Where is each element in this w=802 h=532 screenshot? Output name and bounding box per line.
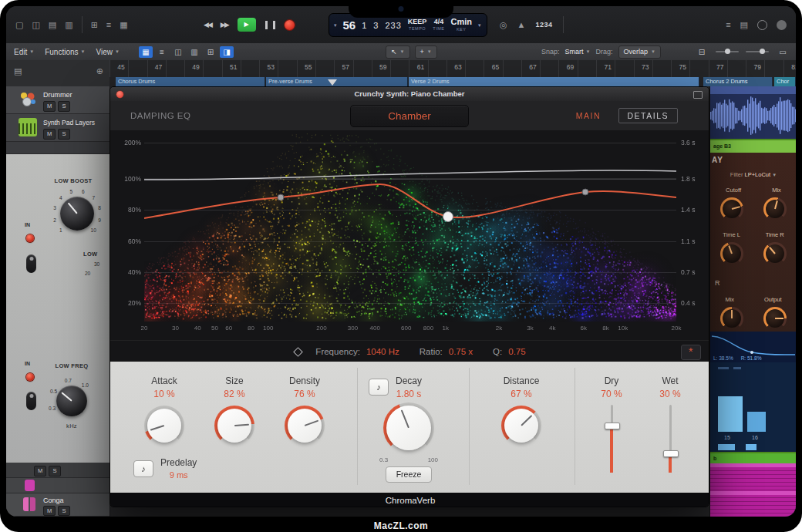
density-knob[interactable] [285,406,325,446]
lanes-tool-icon[interactable]: ≡ [155,46,169,58]
quick-help-icon[interactable]: ▥ [65,21,72,29]
mix-knob[interactable] [763,197,787,221]
track-row-partial[interactable] [6,142,110,154]
mute-button[interactable]: M [34,466,46,476]
snap-menu[interactable]: Smart▼ [565,48,591,56]
view-menu[interactable]: View▼ [96,48,120,56]
track-row-synth-pad[interactable]: Synth Pad Layers M S [6,114,110,142]
frequency-value[interactable]: 1040 Hz [366,347,399,356]
band-diamond-icon[interactable] [293,347,303,357]
glue-tool-icon[interactable]: ▥ [187,46,201,58]
freeze-button[interactable]: Freeze [386,466,432,483]
solo-button[interactable]: S [58,506,70,516]
low-freq-knob[interactable] [56,386,87,416]
track-row-drummer[interactable]: Drummer M S [6,86,110,114]
low-boost-toggle[interactable] [26,254,36,273]
edit-menu[interactable]: Edit▼ [14,48,34,56]
close-button[interactable] [116,91,123,98]
mute-button[interactable]: M [43,129,56,140]
marker-chorus-drums[interactable]: Chorus Drums [116,77,265,86]
lcd-left-chevron-icon[interactable]: ▾ [334,22,337,29]
editors-icon[interactable]: ≡ [106,21,111,29]
marker-verse2-drums[interactable]: Verse 2 Drums [409,77,699,86]
predelay-sync-note-button[interactable]: ♪ [133,460,153,477]
wet-slider[interactable] [662,405,678,473]
display-icon[interactable]: ▢ [15,21,23,29]
region-vintage-b3[interactable]: age B3 [710,139,796,153]
drag-menu[interactable]: Overlap▼ [618,45,661,59]
audio-waveform-region[interactable] [710,86,796,139]
note-pads-icon[interactable]: ▤ [740,21,748,29]
flex-tool-icon[interactable]: ◫ [171,46,185,58]
lcd-key[interactable]: Cmin KEY [450,18,472,32]
lcd-div[interactable]: 3 [373,21,379,30]
rewind-button[interactable]: ◀◀ [204,21,211,29]
left-click-tool-menu[interactable]: ↖▼ [386,45,410,59]
lcd-bar[interactable]: 56 [343,19,356,32]
low-boost-knob[interactable] [60,197,94,231]
add-track-icon[interactable]: ⊕ [96,67,103,76]
count-in-button[interactable]: 1234 [536,21,553,29]
q-value[interactable]: 0.75 [508,347,525,356]
solo-button[interactable]: S [49,466,61,476]
lcd-right-chevron-icon[interactable]: ▾ [478,22,481,29]
low-freq-in-led[interactable] [26,373,34,381]
zoom-out-icon[interactable]: ⊟ [695,46,709,58]
user-avatar[interactable] [777,20,787,30]
tab-main[interactable]: MAIN [576,111,601,120]
forward-button[interactable]: ▶▶ [221,21,228,29]
time-l-knob[interactable] [720,242,743,265]
room-type-selector[interactable]: Chamber [350,105,469,127]
damping-eq-graph[interactable]: 200%100%80%60%40%20%3.6 s1.8 s1.4 s1.1 s… [110,130,709,340]
low-boost-in-led[interactable] [26,234,34,242]
track-row-conga[interactable]: Conga M S [6,493,110,517]
track-row-magenta[interactable] [6,478,110,493]
decay-knob[interactable] [383,402,434,453]
distance-knob[interactable] [501,406,541,446]
cmd-click-tool-menu[interactable]: +▼ [415,45,437,59]
particle-toggle-button[interactable]: * [681,345,701,360]
smart-controls-icon[interactable]: ▦ [120,21,127,29]
tuner-icon[interactable]: ◎ [500,21,507,29]
ratio-value[interactable]: 0.75 x [449,347,473,356]
marker-chorus2-drums[interactable]: Chorus 2 Drums [703,77,773,86]
horizontal-zoom-slider[interactable] [716,51,739,52]
lcd-tempo[interactable]: KEEP TEMPO [408,19,427,32]
vertical-zoom-slider[interactable] [746,51,769,52]
play-button[interactable]: ▶ [238,18,256,32]
marker-preverse-drums[interactable]: Pre-verse Drums [266,77,408,86]
track-sort-icon[interactable]: ▤ [14,67,22,76]
time-r-knob[interactable] [763,242,787,265]
output-knob[interactable] [763,307,787,330]
lcd-tick[interactable]: 233 [385,21,401,30]
plugin-titlebar[interactable]: Crunchy Synth: Piano Chamber [110,87,709,102]
track-row-ms-strip[interactable]: M S [6,463,110,478]
pause-button[interactable] [265,21,275,29]
functions-menu[interactable]: Functions▼ [45,48,85,56]
low-freq-toggle[interactable] [26,392,36,410]
record-button[interactable] [285,20,295,30]
midi-region-pink[interactable] [710,463,796,517]
mixer-icon[interactable]: ⊞ [91,21,98,29]
solo-button[interactable]: S [58,129,70,140]
tab-details[interactable]: DETAILS [618,108,678,123]
library-icon[interactable]: ◫ [32,21,39,29]
solo-button[interactable]: S [58,101,70,112]
attack-knob[interactable] [144,406,184,446]
lcd-beat[interactable]: 1 [362,21,367,30]
list-editors-icon[interactable]: ≡ [726,21,730,29]
mix2-knob[interactable] [720,307,743,330]
cutoff-knob[interactable] [720,197,743,221]
inspector-icon[interactable]: ▤ [49,21,56,29]
filter-selector[interactable]: Filter LP+LoCut ▼ [710,171,796,178]
dry-slider[interactable] [604,405,619,473]
size-knob[interactable] [214,406,254,446]
bar-ruler[interactable]: 45474951535557596163656769717375777981 [110,60,796,78]
grid-view-tool-icon[interactable]: ▦ [139,46,153,58]
mute-button[interactable]: M [43,101,56,112]
metronome-icon[interactable]: ▲ [517,21,526,29]
lcd-time-signature[interactable]: 4/4 TIME [433,19,444,32]
catch-tool-icon[interactable]: ⊞ [204,46,217,58]
marker-chorus-truncated[interactable]: Chor [774,77,796,86]
autozoom-tool-icon[interactable]: ◨ [220,46,234,58]
